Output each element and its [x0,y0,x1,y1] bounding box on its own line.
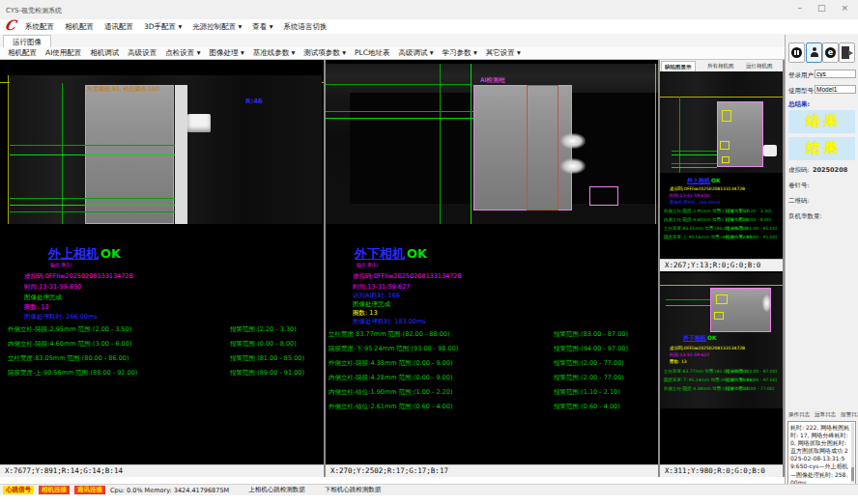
tool-advanced-settings[interactable]: 高级设置 [128,48,157,58]
menu-view[interactable]: 查看 ▾ [252,22,272,32]
window-controls: – □ × [797,3,848,13]
measurement-row: 隔膜宽度-上:90.56mm 范围:(88.00 - 92.00)报警范围:(8… [8,370,137,377]
measure-value: 外侧立柱-错位:2.61mm 范围:(0.60 - 4.00) [329,403,452,410]
roi-box [720,141,729,150]
annotation-line [666,305,710,306]
center-camera-view[interactable]: AI检测框 外下相机OK 输出:B(1) 虚拟码:0FFIiw202502081… [326,60,658,464]
ai-box-label: AI检测框 [480,77,505,84]
measurement-row: 内侧立柱-隔膜:4.60mm 范围:(3.00 - 6.00)报警范围:(0.0… [8,341,131,348]
annotation-line [440,64,441,224]
tool-camera-debug[interactable]: 相机调试 [90,48,119,58]
minimize-icon[interactable]: – [797,3,802,13]
tab-run-cameras[interactable]: 运行相机图 [743,61,776,71]
process-done: 图像处理完成 [353,301,390,308]
log-scrollbar[interactable] [851,423,854,483]
tool-test-params[interactable]: 测试项参数 ▾ [303,48,346,58]
menu-comm-config[interactable]: 通讯配置 [104,22,133,32]
small-top-view[interactable]: 缺陷图显示 所有相机图 运行相机图 外上相机OK 虚拟码:0FFIiw20250… [660,60,783,271]
menu-light-config[interactable]: 光源控制配置 ▾ [192,22,242,32]
stop-button[interactable]: e [822,42,839,63]
tool-spot-check[interactable]: 点检设置 ▾ [165,48,200,58]
measurement-row: 内侧立柱-错位:1.90mm 范围:(1.00 - 2.20)报警范围:(1.1… [329,389,452,396]
alarm-range: 报警范围:(89.00 - 91.00) [726,236,777,240]
center-view-coordinates: X:270;Y:2502;R:17;G:17;B:17 [326,464,658,477]
measurement-row: 隔膜宽度-下:95.24mm 范围:(93.00 - 98.00)报警范围:(9… [664,378,754,383]
measurement-row: 隔膜宽度-下:95.24mm 范围:(93.00 - 98.00)报警范围:(9… [329,346,458,352]
round-count: 圈数: 13 [670,360,687,365]
measure-value: 内侧立柱-隔膜:4.28mm 范围:(0.00 - 9.00) [329,374,452,381]
measurement-row: 外侧立柱-隔膜:4.38mm 范围:(0.00 - 9.00)报警范围:(2.0… [664,387,750,392]
left-camera-view[interactable]: 灰度阈值:93, 动态阈值:100 R:46 外上相机OK 输出:B(1) 虚拟… [0,60,324,464]
reel-number-label: 卷针号: [788,182,810,190]
virtual-code: 虚拟码:0FFIiw2025020813313472B [353,273,462,280]
measurement-row: 隔膜宽度-上:90.56mm 范围:(88.00 - 92.00)报警范围:(8… [664,236,754,240]
status-ok: OK [407,246,427,261]
center-camera-image[interactable]: AI检测框 [326,64,658,224]
letter-e-icon: e [825,47,836,58]
alarm-range: 报警范围:(2.00 - 77.00) [554,360,624,367]
camera-sub-label: 输出:B(1) [357,263,378,267]
left-camera-image[interactable]: 灰度阈值:93, 动态阈值:100 R:46 [10,75,322,224]
tool-plc-table[interactable]: PLC地址表 [355,48,389,58]
pause-button[interactable] [788,42,805,63]
alarm-range: 报警范围:(94.00 - 97.00) [726,378,777,383]
tab-all-cameras[interactable]: 所有相机图 [704,61,737,71]
measurement-row: 内侧立柱-隔膜:4.60mm 范围:(3.00 - 6.00)报警范围:(0.0… [664,218,750,223]
tool-advanced-debug[interactable]: 高级调试 ▾ [398,48,433,58]
measure-value: 立柱宽度:83.05mm 范围:(80.00 - 86.00) [8,354,129,362]
tool-other-settings[interactable]: 其它设置 ▾ [486,48,521,58]
letter-e-glyph: e [825,48,836,57]
alarm-range: 报警范围:(83.00 - 87.00) [554,331,628,338]
measurement-row: 外侧立柱-错位:2.61mm 范围:(0.60 - 4.00)报警范围:(0.6… [329,404,452,410]
menu-system-config[interactable]: 系统配置 [25,22,54,32]
annotation-line [679,97,680,173]
log-text: 耗时: 222, 网络检图耗时: 17, 网络分峰耗时: 0, 网络抓取分图耗时… [790,424,850,485]
close-icon[interactable]: × [841,3,848,13]
status-bar: 心跳信号 相机连接 通讯连接 Cpu: 0.0% Memory: 3424.41… [0,484,858,495]
defect-marker-box [589,186,618,206]
camera-title: 外下相机OK [683,335,717,341]
alarm-range: 报警范围:(89.00 - 91.00) [230,370,304,377]
measure-value: 隔膜宽度-上:90.56mm 范围:(88.00 - 92.00) [8,369,137,377]
result-box-upper: 结 果 [788,110,855,133]
small-top-image[interactable] [660,71,783,173]
small-bottom-view[interactable]: 外下相机OK 虚拟码:0FFIiw2025020813313472B 时间:13… [660,273,783,477]
process-elapsed: 图像处理耗时: 266.00ms [24,314,98,321]
status-ok: OK [100,246,121,261]
virtual-code: 虚拟码:0FFIiw2025020813313472B [670,347,745,351]
tab-operation-log[interactable]: 操作日志 [788,411,810,418]
maximize-icon[interactable]: □ [817,3,826,13]
log-scrollbar-thumb[interactable] [851,467,854,481]
result-box-lower: 结 果 [788,137,855,160]
tool-learn-params[interactable]: 学习参数 ▾ [443,48,477,58]
tool-image-process[interactable]: 图像处理 ▾ [210,48,244,58]
model-field[interactable] [815,85,856,94]
camera-title: 外上相机OK [687,178,721,183]
exit-button[interactable] [839,42,855,63]
login-user-field[interactable] [815,70,856,78]
separator-strip [175,85,187,224]
menu-camera-config[interactable]: 相机配置 [65,22,94,32]
annotation-line [10,154,175,155]
measurement-row: 立柱宽度:83.05mm 范围:(80.00 - 86.00)报警范围:(81.… [8,355,129,362]
login-user-button[interactable] [806,42,822,63]
tab-alarm-log[interactable]: 报警日志 [841,411,858,418]
roi-box [716,294,728,304]
tool-camera-config[interactable]: 相机配置 [8,48,37,58]
annotation-line [672,151,717,152]
reflection-highlight [560,158,586,174]
tool-baseline-params[interactable]: 基准线参数 ▾ [253,48,296,58]
menu-3d-config[interactable]: 3D手配置 ▾ [144,22,182,32]
tab-run-image[interactable]: 运行图像 [3,35,51,48]
annotation-line [62,83,63,224]
alarm-range: 报警范围:(81.00 - 85.00) [726,227,777,232]
annotation-line [672,163,717,164]
tool-ai-config[interactable]: AI使用配置 [45,48,81,58]
measure-value: 内侧立柱-错位:1.90mm 范围:(1.00 - 2.20) [329,388,452,396]
log-box: 耗时: 222, 网络检图耗时: 17, 网络分峰耗时: 0, 网络抓取分图耗时… [787,421,856,485]
annotation-line [660,285,783,286]
alarm-range: 报警范围:(94.00 - 97.00) [554,346,628,352]
menu-language[interactable]: 系统语言切换 [284,22,328,32]
tab-compute-log[interactable]: 运算日志 [815,411,836,418]
camera-name: 外上相机 [48,246,99,261]
